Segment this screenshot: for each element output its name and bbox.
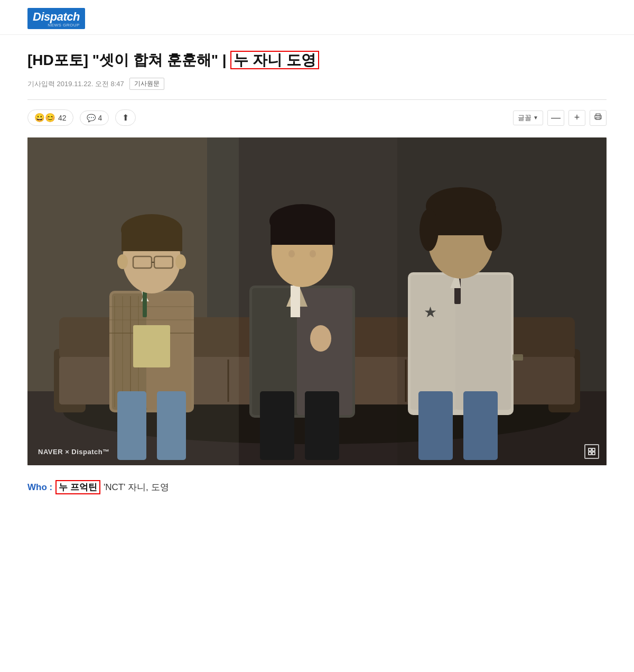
svg-rect-57 xyxy=(305,391,339,460)
who-highlighted: 누 프억틴 xyxy=(55,480,100,494)
toolbar-right: 글꼴 ▼ — + xyxy=(513,110,607,126)
expand-icon[interactable] xyxy=(584,444,599,459)
svg-point-55 xyxy=(310,250,316,257)
image-watermark: NAVER × Dispatch™ xyxy=(38,448,110,456)
article-title: [HD포토] "셋이 합쳐 훈훈해" | 누 자니 도영 xyxy=(27,50,607,70)
logo-text: Dispatch xyxy=(33,10,80,23)
share-icon: ⬆ xyxy=(122,113,129,122)
svg-rect-53 xyxy=(271,221,335,245)
svg-point-50 xyxy=(310,325,331,352)
article-container: [HD포토] "셋이 합쳐 훈훈해" | 누 자니 도영 기사입력 2019.1… xyxy=(0,35,634,515)
article-image: ★ xyxy=(27,137,607,465)
svg-rect-74 xyxy=(589,448,591,451)
printer-icon xyxy=(594,113,602,123)
toolbar-left: 😀😊 42 💬 4 ⬆ xyxy=(27,109,136,126)
font-label-text: 글꼴 xyxy=(518,113,532,123)
divider xyxy=(27,99,607,100)
reaction-emojis: 😀😊 xyxy=(34,113,55,123)
svg-point-3 xyxy=(600,116,601,117)
original-link[interactable]: 기사원문 xyxy=(129,78,164,90)
article-image-container: ★ xyxy=(27,137,607,465)
reaction-button[interactable]: 😀😊 42 xyxy=(27,109,73,126)
svg-rect-77 xyxy=(592,452,595,455)
minus-icon: — xyxy=(551,112,561,123)
chevron-down-icon: ▼ xyxy=(533,115,538,121)
svg-rect-75 xyxy=(592,448,595,451)
toolbar: 😀😊 42 💬 4 ⬆ 글꼴 ▼ — + xyxy=(27,109,607,126)
comment-icon: 💬 xyxy=(87,114,96,122)
print-button[interactable] xyxy=(590,110,607,126)
publish-date: 기사입력 2019.11.22. 오전 8:47 xyxy=(27,79,124,89)
article-meta: 기사입력 2019.11.22. 오전 8:47 기사원문 xyxy=(27,78,607,90)
who-text: 'NCT' 자니, 도영 xyxy=(104,481,169,493)
svg-rect-49 xyxy=(291,286,300,317)
share-button[interactable]: ⬆ xyxy=(115,109,136,126)
svg-point-54 xyxy=(288,250,295,257)
title-highlighted: 누 자니 도영 xyxy=(230,51,319,69)
plus-icon: + xyxy=(574,112,580,123)
watermark-text: NAVER × Dispatch™ xyxy=(38,448,110,456)
font-decrease-button[interactable]: — xyxy=(547,110,564,126)
who-label: Who : xyxy=(27,482,52,493)
who-section: Who : 누 프억틴 'NCT' 자니, 도영 xyxy=(27,480,607,494)
svg-rect-72 xyxy=(27,137,239,465)
comment-count: 4 xyxy=(98,114,102,122)
svg-rect-73 xyxy=(397,137,607,465)
dispatch-logo[interactable]: Dispatch NEWS GROUP xyxy=(27,8,85,29)
header: Dispatch NEWS GROUP xyxy=(0,0,634,35)
svg-rect-76 xyxy=(589,452,591,455)
logo-subtext: NEWS GROUP xyxy=(33,23,80,27)
font-selector[interactable]: 글꼴 ▼ xyxy=(513,111,543,125)
svg-rect-56 xyxy=(260,391,294,460)
font-increase-button[interactable]: + xyxy=(568,110,585,126)
comment-button[interactable]: 💬 4 xyxy=(80,111,109,125)
title-prefix: [HD포토] "셋이 합쳐 훈훈해" | xyxy=(27,52,227,68)
reaction-count: 42 xyxy=(58,114,67,122)
